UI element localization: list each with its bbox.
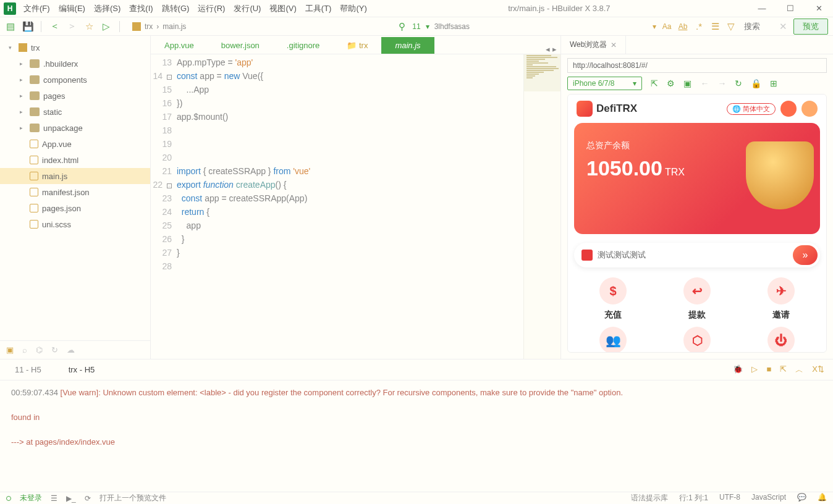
notice-bar[interactable]: 测试测试测试 » xyxy=(574,243,820,267)
language-button[interactable]: 🌐简体中文 xyxy=(727,103,776,115)
close-button[interactable]: ✕ xyxy=(805,0,833,17)
tree-item[interactable]: index.html xyxy=(0,152,150,168)
stop-icon[interactable]: ■ xyxy=(766,364,771,376)
open-preview-label[interactable]: 打开上一个预览文件 xyxy=(99,493,166,503)
menu-item[interactable]: 发行(U) xyxy=(230,1,264,16)
editor-tab[interactable]: main.js xyxy=(381,37,434,54)
breadcrumb[interactable]: trx › main.js xyxy=(132,22,186,31)
run-icon[interactable]: ▷ xyxy=(101,21,112,32)
menu-item[interactable]: 视图(V) xyxy=(266,1,300,16)
console-tab[interactable]: trx - H5 xyxy=(62,361,101,378)
back-icon[interactable]: ＜ xyxy=(49,21,60,32)
menu-item[interactable]: 编辑(E) xyxy=(55,1,89,16)
tree-item[interactable]: App.vue xyxy=(0,136,150,152)
url-bar[interactable]: http://localhost:8081/#/ xyxy=(567,58,827,73)
filter-icon[interactable]: ▽ xyxy=(725,21,737,32)
search-input[interactable] xyxy=(742,22,772,31)
devtools-icon[interactable]: ⚙ xyxy=(667,78,675,88)
list-icon[interactable]: ☰ xyxy=(51,494,57,503)
encoding[interactable]: UTF-8 xyxy=(719,493,740,503)
user-icon[interactable] xyxy=(801,101,818,117)
breadcrumb-file[interactable]: main.js xyxy=(163,22,186,31)
star-icon[interactable]: ☆ xyxy=(83,21,95,32)
collapse-up-icon[interactable]: ︿ xyxy=(795,364,803,376)
code-editor[interactable]: 1314 −1516171819202122 −232425262728 App… xyxy=(151,54,560,359)
message-icon[interactable]: 💬 xyxy=(797,493,806,503)
menu-item[interactable]: $充值 xyxy=(574,277,652,321)
phone-preview[interactable]: DefiTRX 🌐简体中文 总资产余额 1050.00TRX 测试测试测试 » xyxy=(567,94,827,353)
editor-tab[interactable]: .gitignore xyxy=(273,37,333,54)
bug-icon[interactable]: ⌬ xyxy=(36,345,43,355)
language-mode[interactable]: JavaScript xyxy=(751,493,786,503)
maximize-button[interactable]: ☐ xyxy=(776,0,805,17)
syntax-lib[interactable]: 语法提示库 xyxy=(631,493,668,503)
editor-tab[interactable]: bower.json xyxy=(208,37,273,54)
menu-item[interactable]: 👥团队 xyxy=(574,327,652,353)
minimize-button[interactable]: — xyxy=(748,0,776,17)
regex-icon[interactable]: .* xyxy=(693,21,704,32)
play-icon[interactable]: ▷ xyxy=(751,364,758,376)
device-select[interactable]: iPhone 6/7/8▾ xyxy=(567,77,642,90)
close-console-icon[interactable]: X⇅ xyxy=(812,364,824,376)
tree-item[interactable]: ▸ static xyxy=(0,104,150,120)
folder-icon[interactable]: ▣ xyxy=(6,345,14,355)
screenshot-icon[interactable]: ▣ xyxy=(683,78,691,88)
menu-item[interactable]: 文件(F) xyxy=(20,1,54,16)
lock-icon[interactable]: 🔒 xyxy=(751,78,761,88)
tree-item[interactable]: ▾ trx xyxy=(0,40,150,56)
menu-item[interactable]: ⬡App xyxy=(658,327,736,353)
binoculars-icon[interactable]: ⌕ xyxy=(22,345,27,355)
console-tab[interactable]: 11 - H5 xyxy=(9,361,48,378)
menu-item[interactable]: 跳转(G) xyxy=(158,1,193,16)
tree-item[interactable]: ▸ unpackage xyxy=(0,120,150,136)
tree-item[interactable]: main.js xyxy=(0,168,150,184)
aa-icon[interactable]: Aa xyxy=(661,21,672,32)
menu-item[interactable]: 运行(R) xyxy=(194,1,229,16)
menu-item[interactable]: 查找(I) xyxy=(125,1,156,16)
close-icon[interactable]: ✕ xyxy=(611,41,617,49)
terminal-icon[interactable]: ▶_ xyxy=(66,494,76,503)
preview-button[interactable]: 预览 xyxy=(793,19,828,35)
new-file-icon[interactable]: ▤ xyxy=(5,21,16,32)
editor-tab[interactable]: App.vue xyxy=(151,37,208,54)
reload-icon[interactable]: ↻ xyxy=(735,78,742,88)
preview-tab[interactable]: Web浏览器 ✕ xyxy=(561,36,626,54)
open-external-icon[interactable]: ⇱ xyxy=(651,78,658,88)
refresh-icon[interactable]: ↻ xyxy=(51,345,58,355)
tree-item[interactable]: ▸ pages xyxy=(0,88,150,104)
cloud-icon[interactable]: ☁ xyxy=(67,345,75,355)
bell-icon[interactable]: 🔔 xyxy=(818,493,827,503)
menu-item[interactable]: 选择(S) xyxy=(90,1,124,16)
save-icon[interactable]: 💾 xyxy=(22,21,33,32)
back-icon[interactable]: ← xyxy=(700,78,709,88)
notice-arrow-icon[interactable]: » xyxy=(793,245,818,265)
grid-icon[interactable]: ⊞ xyxy=(770,78,777,88)
forward-icon[interactable]: ＞ xyxy=(66,21,77,32)
editor-tab[interactable]: 📁 trx xyxy=(333,37,381,54)
menu-item[interactable]: 工具(T) xyxy=(302,1,336,16)
sync-icon[interactable]: ⟳ xyxy=(85,494,91,503)
ab-icon[interactable]: Ab xyxy=(677,21,688,32)
tree-item[interactable]: uni.scss xyxy=(0,216,150,232)
tab-nav[interactable]: ◂ ▸ xyxy=(542,44,560,54)
list-icon[interactable]: ☰ xyxy=(709,21,721,32)
breadcrumb-project[interactable]: trx xyxy=(145,22,153,31)
clear-search-icon[interactable]: ✕ xyxy=(777,21,789,32)
tree-item[interactable]: manifest.json xyxy=(0,184,150,200)
menu-item[interactable]: ⏻登出 xyxy=(742,327,820,353)
search-result-icon[interactable]: ⚲ xyxy=(396,21,407,32)
tree-item[interactable]: ▸ components xyxy=(0,72,150,88)
minimap[interactable] xyxy=(523,54,560,359)
forward-icon[interactable]: → xyxy=(717,78,726,88)
tree-item[interactable]: ▸ .hbuilderx xyxy=(0,56,150,72)
tree-item[interactable]: pages.json xyxy=(0,200,150,216)
editor: App.vuebower.json.gitignore📁 trxmain.js◂… xyxy=(151,36,561,359)
notification-icon[interactable] xyxy=(780,101,797,117)
bug-icon[interactable]: 🐞 xyxy=(733,364,743,376)
menu-item[interactable]: ✈邀请 xyxy=(742,277,820,321)
export-icon[interactable]: ⇱ xyxy=(780,364,787,376)
console-output[interactable]: 00:59:07.434 [Vue warn]: Unknown custom … xyxy=(0,380,833,492)
menu-item[interactable]: 帮助(Y) xyxy=(336,1,370,16)
login-status[interactable]: 未登录 xyxy=(20,493,42,503)
menu-item[interactable]: ↩提款 xyxy=(658,277,736,321)
